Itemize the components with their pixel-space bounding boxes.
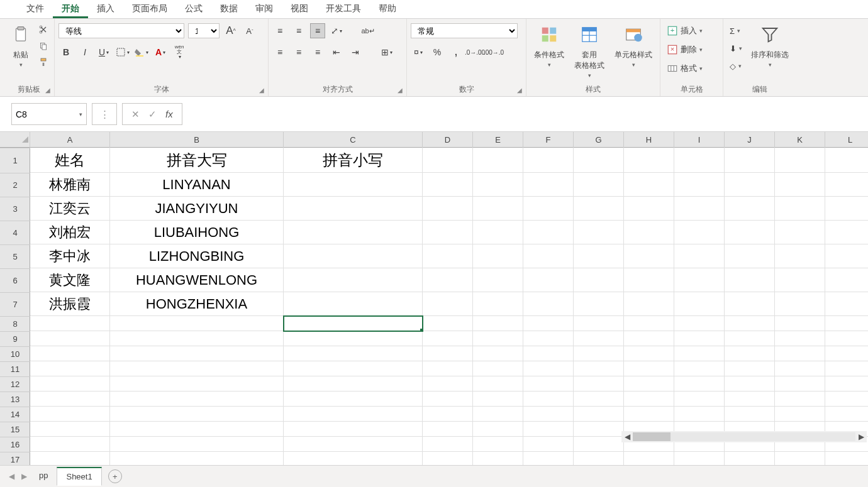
align-top-button[interactable]: ≡ — [272, 23, 287, 38]
cell[interactable] — [624, 173, 674, 197]
ribbon-tab-0[interactable]: 文件 — [18, 0, 53, 18]
cell[interactable] — [825, 361, 868, 376]
cell[interactable] — [674, 316, 725, 331]
cell[interactable] — [30, 376, 110, 391]
cell[interactable] — [825, 268, 868, 292]
cell[interactable] — [674, 361, 725, 376]
fx-icon[interactable]: fx — [165, 109, 173, 119]
ribbon-tab-8[interactable]: 开发工具 — [317, 0, 370, 18]
cell[interactable] — [423, 292, 473, 316]
row-header[interactable]: 9 — [0, 331, 30, 346]
number-format-select[interactable]: 常规 — [411, 23, 518, 38]
cell[interactable] — [574, 376, 624, 391]
row-header[interactable]: 2 — [0, 173, 30, 197]
cell[interactable] — [725, 452, 775, 465]
cell[interactable] — [523, 422, 574, 437]
scroll-right-icon[interactable]: ▶ — [855, 431, 867, 442]
dialog-launcher-icon[interactable]: ◢ — [398, 87, 403, 94]
cell[interactable] — [725, 173, 775, 197]
cell[interactable] — [473, 422, 523, 437]
decrease-font-button[interactable]: Aˇ — [242, 23, 257, 38]
cell[interactable] — [775, 173, 825, 197]
chevron-down-icon[interactable]: ▾ — [79, 111, 82, 118]
cell[interactable] — [30, 452, 110, 465]
orientation-button[interactable]: ⤢▾ — [329, 23, 344, 38]
cell[interactable] — [523, 268, 574, 292]
cell[interactable] — [775, 376, 825, 391]
row-header[interactable]: 15 — [0, 422, 30, 437]
cell[interactable] — [624, 346, 674, 361]
cell[interactable] — [523, 221, 574, 244]
decrease-indent-button[interactable]: ⇤ — [329, 45, 344, 60]
column-header[interactable]: L — [825, 132, 868, 148]
cell[interactable]: 李中冰 — [30, 244, 110, 268]
autosum-button[interactable]: Σ▾ — [727, 23, 745, 39]
cut-button[interactable] — [36, 23, 50, 36]
cell[interactable] — [30, 437, 110, 452]
cell[interactable] — [825, 221, 868, 244]
cell[interactable] — [624, 292, 674, 316]
cell[interactable]: JIANGYIYUN — [110, 197, 284, 221]
conditional-formatting-button[interactable]: 条件格式▾ — [530, 23, 568, 70]
cell[interactable] — [775, 221, 825, 244]
sheet-tab[interactable]: pp — [30, 467, 57, 486]
cell[interactable] — [30, 331, 110, 346]
format-cells-button[interactable]: 格式▾ — [664, 60, 705, 77]
cell[interactable] — [30, 361, 110, 376]
cell[interactable] — [523, 391, 574, 407]
add-sheet-button[interactable]: + — [108, 469, 122, 483]
font-size-select[interactable]: 11 — [188, 23, 220, 38]
cell[interactable] — [674, 268, 725, 292]
dialog-launcher-icon[interactable]: ◢ — [517, 87, 522, 94]
ribbon-tab-7[interactable]: 视图 — [282, 0, 317, 18]
scroll-left-icon[interactable]: ◀ — [621, 431, 633, 442]
cell[interactable] — [624, 221, 674, 244]
format-painter-button[interactable] — [36, 55, 50, 69]
cell[interactable] — [30, 422, 110, 437]
cell[interactable]: LINYANAN — [110, 173, 284, 197]
cell[interactable] — [574, 292, 624, 316]
cell[interactable] — [674, 244, 725, 268]
cell[interactable] — [725, 268, 775, 292]
cell[interactable]: 林雅南 — [30, 173, 110, 197]
cell[interactable] — [423, 376, 473, 391]
cell[interactable] — [775, 452, 825, 465]
cell[interactable] — [473, 292, 523, 316]
cell[interactable]: 黄文隆 — [30, 268, 110, 292]
cell[interactable] — [725, 244, 775, 268]
name-box[interactable]: C8 ▾ — [11, 103, 87, 125]
cell[interactable] — [574, 361, 624, 376]
cell[interactable] — [574, 268, 624, 292]
column-header[interactable]: A — [30, 132, 110, 148]
cell[interactable] — [825, 346, 868, 361]
font-name-select[interactable]: 等线 — [58, 23, 184, 38]
cell[interactable] — [775, 346, 825, 361]
cell[interactable] — [574, 316, 624, 331]
cell[interactable] — [30, 407, 110, 422]
cell[interactable] — [110, 316, 284, 331]
cell[interactable] — [574, 391, 624, 407]
ribbon-tab-1[interactable]: 开始 — [53, 0, 88, 18]
cell[interactable] — [284, 292, 423, 316]
sheet-tab[interactable]: Sheet1 — [57, 467, 101, 486]
cell[interactable] — [674, 173, 725, 197]
cell[interactable] — [284, 422, 423, 437]
cell[interactable] — [825, 407, 868, 422]
cell[interactable] — [775, 244, 825, 268]
cell[interactable] — [775, 316, 825, 331]
cell[interactable] — [423, 244, 473, 268]
cell[interactable] — [284, 221, 423, 244]
format-as-table-button[interactable]: 套用 表格格式▾ — [570, 23, 608, 81]
enter-icon[interactable]: ✓ — [148, 109, 157, 120]
cell[interactable] — [574, 244, 624, 268]
cell[interactable] — [674, 346, 725, 361]
cell[interactable] — [423, 148, 473, 173]
cell[interactable] — [423, 316, 473, 331]
cell[interactable] — [574, 407, 624, 422]
column-header[interactable]: D — [423, 132, 473, 148]
cell[interactable] — [725, 221, 775, 244]
cell[interactable]: 江奕云 — [30, 197, 110, 221]
cell[interactable] — [473, 331, 523, 346]
row-header[interactable]: 3 — [0, 197, 30, 221]
cell[interactable] — [825, 292, 868, 316]
